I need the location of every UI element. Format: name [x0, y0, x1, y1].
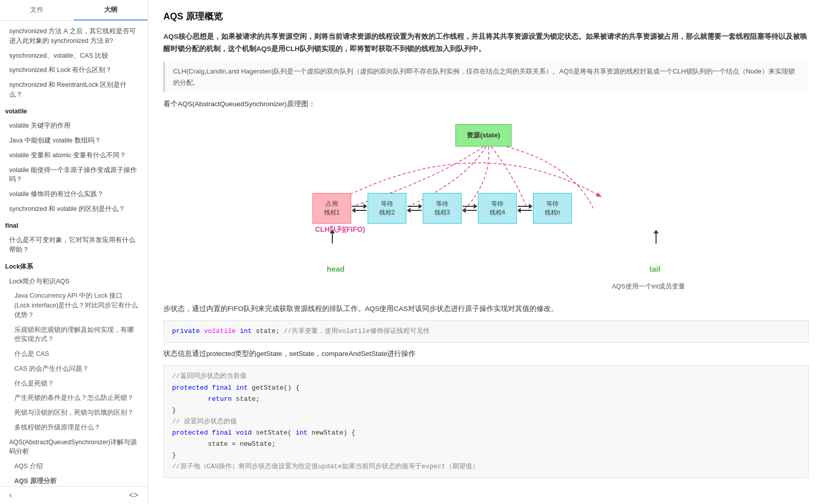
- queue-node-2: 等待线程3: [423, 193, 462, 224]
- sidebar-nav-item[interactable]: volatile 关键字的作用: [0, 118, 148, 133]
- state-desc: 状态信息通过protected类型的getState，setState，comp…: [163, 348, 809, 360]
- main-content: AQS 原理概览 AQS核心思想是，如果被请求的共享资源空闲，则将当前请求资源的…: [148, 0, 824, 504]
- code-indent2: [172, 440, 204, 448]
- right-arrow-0: [352, 206, 367, 207]
- nav-code-button[interactable]: <>: [126, 490, 141, 501]
- sidebar-nav-item[interactable]: volatile 能使得一个非原子操作变成原子操作吗？: [0, 163, 148, 187]
- left-arrow-0: [352, 210, 367, 211]
- clh-label: CLH队列(FIFO): [315, 225, 365, 234]
- sidebar-nav-item[interactable]: 什么是 CAS: [0, 347, 148, 362]
- head-label: head: [327, 265, 345, 273]
- sidebar-nav-item[interactable]: synchronized 和 ReentrantLock 区别是什么？: [0, 78, 148, 102]
- queue-node-0: 占用线程1: [312, 193, 351, 224]
- right-arrow-3: [518, 206, 532, 207]
- sidebar-nav-item[interactable]: Lock简介与初识AQS: [0, 274, 148, 289]
- code-kw-void: void: [236, 429, 252, 437]
- code-kw-protected: protected: [172, 384, 208, 392]
- code-close1: }: [172, 406, 176, 414]
- sidebar-nav-item[interactable]: synchronized 方法 A 之后，其它线程是否可进入此对象的 synch…: [0, 24, 148, 49]
- code-block-2: //返回同步状态的当前值 protected final int getStat…: [163, 365, 809, 478]
- queue-arrow-1: [406, 193, 423, 224]
- code-kw-int3: int: [296, 429, 307, 437]
- sidebar-bottom: ‹ <>: [0, 486, 148, 504]
- tail-label: tail: [649, 265, 661, 273]
- code-kw-int2: int: [236, 384, 248, 392]
- intro-text: AQS核心思想是，如果被请求的共享资源空闲，则将当前请求资源的线程设置为有效的工…: [163, 31, 809, 56]
- sidebar-nav-item[interactable]: volatile 修饰符的有过什么实践？: [0, 187, 148, 202]
- aqs-diagram: 资源(state) 占用线程1 等待线程2 等待线程3 等待线程4: [287, 114, 685, 298]
- sidebar-nav-item[interactable]: AQS 介绍: [0, 459, 148, 474]
- sidebar-nav-item[interactable]: 什么是不可变对象，它对写并发应用有什么帮助？: [0, 233, 148, 257]
- diagram-caption: 看个AQS(AbstractQueuedSynchronizer)原理图：: [163, 100, 809, 109]
- nav-prev-button[interactable]: ‹: [6, 490, 15, 501]
- code-fn-setstate: setState(: [256, 429, 292, 437]
- code-block-1: private volatile int state; //共享变量，使用vol…: [163, 320, 809, 343]
- queue-arrow-2: [462, 193, 478, 224]
- blockquote: CLH(Craig,Landin,and Hagersten)队列是一个虚拟的双…: [163, 62, 809, 92]
- code-kw-final2: final: [212, 429, 232, 437]
- code-return-state: state;: [236, 395, 260, 403]
- sidebar: 文件 大纲 synchronized 方法 A 之后，其它线程是否可进入此对象的…: [0, 0, 148, 504]
- queue-container: 占用线程1 等待线程2 等待线程3 等待线程4 等待线程n: [312, 193, 572, 224]
- code-var-state: state;: [256, 327, 280, 335]
- sidebar-nav-item[interactable]: Lock体系: [0, 259, 148, 274]
- sidebar-nav-item[interactable]: 乐观锁和悲观锁的理解及如何实现，有哪些实现方式？: [0, 323, 148, 347]
- state-box: 资源(state): [455, 124, 512, 147]
- sidebar-nav: synchronized 方法 A 之后，其它线程是否可进入此对象的 synch…: [0, 21, 148, 486]
- left-arrow-1: [407, 210, 422, 211]
- int-member-label: AQS使用一个int成员变量: [612, 282, 685, 291]
- code-cm-1: //返回同步状态的当前值: [172, 372, 247, 380]
- sidebar-nav-item[interactable]: 死锁与活锁的区别，死锁与饥饿的区别？: [0, 405, 148, 420]
- code-return-indent: [172, 395, 204, 403]
- tab-file[interactable]: 文件: [0, 0, 74, 20]
- code-kw-int: int: [240, 327, 252, 335]
- left-arrow-2: [463, 210, 477, 211]
- sidebar-nav-item[interactable]: Java 中能创建 volatile 数组吗？: [0, 133, 148, 148]
- sidebar-nav-item[interactable]: synchronized 和 Lock 有什么区别？: [0, 63, 148, 78]
- code-kw-private: private: [172, 327, 200, 335]
- tail-arrow: [656, 230, 657, 244]
- sidebar-nav-item[interactable]: synchronized 和 volatile 的区别是什么？: [0, 202, 148, 217]
- left-arrow-3: [518, 210, 532, 211]
- code-cm-3: //原子地（CAS操作）将同步状态值设置为给定值update如果当前同步状态的值…: [172, 463, 479, 470]
- code-set-state: state = newState;: [208, 440, 276, 448]
- code-kw-protected2: protected: [172, 429, 208, 437]
- right-arrow-1: [407, 206, 422, 207]
- right-arrow-2: [463, 206, 477, 207]
- sidebar-nav-item[interactable]: final: [0, 219, 148, 233]
- sidebar-nav-item[interactable]: 产生死锁的条件是什么？怎么防止死锁？: [0, 391, 148, 405]
- sidebar-nav-item[interactable]: AQS(AbstractQueuedSynchronizer)详解与源码分析: [0, 435, 148, 460]
- page-title: AQS 原理概览: [163, 10, 809, 22]
- desc1: 步状态，通过内置的FIFO队列来完成获取资源线程的排队工作。AQS使用CAS对该…: [163, 303, 809, 315]
- queue-node-3: 等待线程4: [478, 193, 517, 224]
- tab-outline[interactable]: 大纲: [74, 0, 148, 20]
- code-fn-getstate: getState() {: [252, 384, 300, 392]
- sidebar-nav-item[interactable]: AQS 原理分析: [0, 474, 148, 486]
- code-kw-final: final: [212, 384, 232, 392]
- code-cm-2: // 设置同步状态的值: [172, 418, 237, 425]
- sidebar-tabs: 文件 大纲: [0, 0, 148, 21]
- sidebar-nav-item[interactable]: synchronized、volatile、CAS 比较: [0, 49, 148, 63]
- code-param-newstate: newState) {: [311, 429, 355, 437]
- sidebar-nav-item[interactable]: Java Concurrency API 中的 Lock 接口 (Lock in…: [0, 289, 148, 322]
- queue-arrow-3: [517, 193, 533, 224]
- queue-node-4: 等待线程n: [533, 193, 572, 224]
- queue-node-1: 等待线程2: [368, 193, 406, 224]
- sidebar-nav-item[interactable]: volatile 变量和 atomic 变量有什么不同？: [0, 148, 148, 163]
- code-kw-return: return: [208, 395, 232, 403]
- queue-arrow-0: [351, 193, 368, 224]
- sidebar-nav-item[interactable]: 多线程锁的升级原理是什么？: [0, 420, 148, 435]
- code-vol: volatile: [204, 327, 235, 335]
- sidebar-nav-item[interactable]: CAS 的会产生什么问题？: [0, 362, 148, 376]
- code-close2: }: [172, 451, 176, 459]
- code-comment-1: //共享变量，使用volatile修饰保证线程可见性: [284, 327, 430, 335]
- sidebar-nav-item[interactable]: 什么是死锁？: [0, 376, 148, 391]
- sidebar-nav-item[interactable]: volatile: [0, 104, 148, 119]
- head-arrow: [332, 230, 333, 244]
